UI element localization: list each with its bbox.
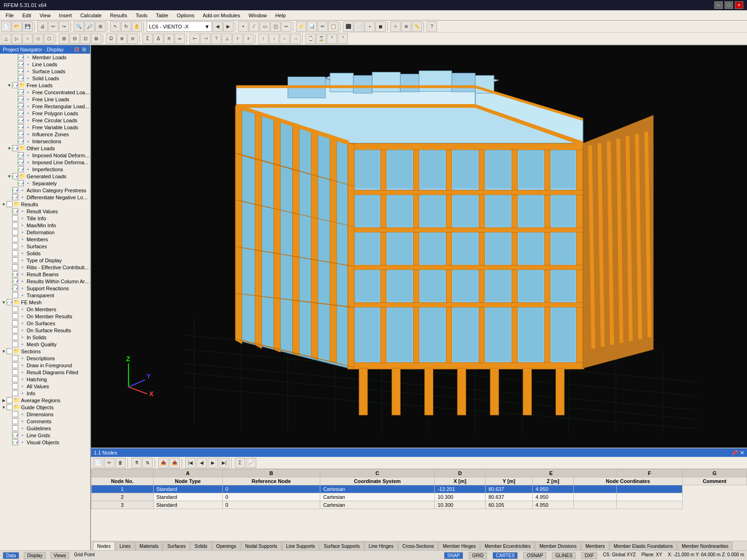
menu-help[interactable]: Help	[272, 12, 290, 19]
checkbox-surfaces[interactable]	[12, 243, 18, 249]
checkbox-line-loads[interactable]: ✓	[18, 61, 24, 67]
cartes-btn[interactable]: CARTES	[493, 552, 518, 559]
tree-item-on-surfaces[interactable]: ▪On Surfaces	[0, 320, 90, 327]
checkbox-guide-objects[interactable]	[7, 404, 13, 410]
expander-transparent[interactable]	[7, 293, 12, 298]
expander-on-members[interactable]	[7, 307, 12, 312]
tab-nodal-supports[interactable]: Nodal Supports	[241, 542, 282, 550]
checkbox-max-min-info[interactable]	[12, 222, 18, 228]
checkbox-hatching[interactable]	[12, 376, 18, 382]
tb-new[interactable]: 📄	[1, 21, 11, 32]
tab-line-supports[interactable]: Line Supports	[282, 542, 319, 550]
load-case-dropdown[interactable]: LC6 - VIENTO -X ▼	[147, 21, 212, 32]
checkbox-comments[interactable]	[12, 418, 18, 424]
checkbox-member-loads[interactable]: ✓	[18, 54, 24, 60]
checkbox-separately[interactable]: ✓	[18, 180, 24, 186]
osnap-btn[interactable]: OSNAP	[523, 552, 546, 559]
tree-item-dimensions[interactable]: ▪Dimensions	[0, 411, 90, 418]
tb-fit[interactable]: ⊞	[95, 21, 106, 32]
panel-pin[interactable]: 📌	[73, 46, 80, 53]
tb-select[interactable]: ↖	[110, 21, 120, 32]
tree-item-descriptions[interactable]: ▪Descriptions	[0, 355, 90, 362]
maximize-button[interactable]: □	[725, 1, 733, 9]
menu-options[interactable]: Options	[173, 12, 198, 19]
tab-solids[interactable]: Solids	[190, 542, 211, 550]
tb2-28[interactable]: ⌛	[316, 34, 326, 44]
tree-item-average-regions[interactable]: ▶📁Average Regions	[0, 397, 90, 404]
tb-snap-grid[interactable]: ⊹	[390, 21, 401, 32]
tree-item-generated-loads[interactable]: ▼✓📁Generated Loads	[0, 173, 90, 180]
tree-item-fe-mesh[interactable]: ▼✓📁FE Mesh	[0, 299, 90, 306]
tree-item-free-loads[interactable]: ▼✓📁Free Loads	[0, 82, 90, 89]
tbl-new[interactable]: 📄	[93, 458, 103, 468]
tree-item-hatching[interactable]: ▪Hatching	[0, 376, 90, 383]
checkbox-free-loads[interactable]: ✓	[12, 82, 18, 88]
tab-openings[interactable]: Openings	[212, 542, 240, 550]
status-views[interactable]: Views	[50, 552, 70, 559]
tb-line[interactable]: ⁄	[249, 21, 259, 32]
tb2-14[interactable]: Δ	[153, 34, 163, 44]
tbl-filter[interactable]: ⚗	[131, 458, 141, 468]
expander-on-surface-results[interactable]	[7, 328, 12, 333]
checkbox-results-within-col[interactable]: ✓	[12, 278, 18, 284]
tb2-20[interactable]: ⊥	[222, 34, 232, 44]
expander-comments[interactable]	[7, 419, 12, 424]
menu-calculate[interactable]: Calculate	[77, 12, 106, 19]
tb-zoom-in[interactable]: 🔍	[74, 21, 84, 32]
tree-item-other-loads[interactable]: ▼✓📁Other Loads	[0, 145, 90, 152]
tree-item-info[interactable]: ▪Info	[0, 390, 90, 397]
tb-render[interactable]: ◼	[375, 21, 386, 32]
tree-item-surface-loads[interactable]: ✓▪Surface Loads	[0, 68, 90, 75]
checkbox-transparent[interactable]	[12, 292, 18, 298]
checkbox-imposed-line[interactable]: ✓	[18, 159, 24, 165]
expander-on-member-results[interactable]	[7, 314, 12, 319]
checkbox-type-of-display[interactable]	[12, 257, 18, 263]
tree-item-results-within-col[interactable]: ✓▪Results Within Column Ar...	[0, 278, 90, 285]
menu-addons[interactable]: Add-on Modules	[199, 12, 244, 19]
expander-all-values[interactable]	[7, 384, 12, 389]
status-data[interactable]: Data	[3, 552, 19, 559]
menu-file[interactable]: File	[2, 12, 18, 19]
tbl-export[interactable]: 📤	[158, 458, 169, 468]
col-header-d[interactable]: D	[435, 469, 486, 477]
tbl-prev[interactable]: ◀	[197, 458, 207, 468]
tb-wireframe[interactable]: ⬜	[354, 21, 364, 32]
tb2-8[interactable]: ⊡	[80, 34, 91, 44]
tb-print[interactable]: 🖨	[37, 21, 48, 32]
tree-item-sections[interactable]: ▼📁Sections	[0, 348, 90, 355]
tree-item-members[interactable]: ▪Members	[0, 236, 90, 243]
tb-open[interactable]: 📂	[12, 21, 22, 32]
checkbox-dimensions[interactable]	[12, 411, 18, 417]
checkbox-other-loads[interactable]: ✓	[12, 145, 18, 151]
checkbox-on-member-results[interactable]	[12, 313, 18, 319]
tree-item-free-var-loads[interactable]: ✓▪Free Variable Loads	[0, 124, 90, 131]
checkbox-info[interactable]	[12, 390, 18, 396]
panel-close[interactable]: ✕	[81, 46, 87, 53]
table-area[interactable]: A B C D E F G Node No. Node Type Referen…	[91, 469, 747, 541]
tree-item-result-values[interactable]: ✓▪Result Values	[0, 208, 90, 215]
menu-insert[interactable]: Insert	[55, 12, 76, 19]
bottom-panel-close[interactable]: ✕	[740, 450, 744, 456]
tb2-6[interactable]: ⊞	[59, 34, 69, 44]
tree-item-on-member-results[interactable]: ▪On Member Results	[0, 313, 90, 320]
checkbox-in-solids[interactable]	[12, 334, 18, 340]
checkbox-on-members[interactable]	[12, 306, 18, 312]
menu-tools[interactable]: Tools	[132, 12, 151, 19]
tb-results[interactable]: 📊	[307, 21, 317, 32]
menu-view[interactable]: View	[36, 12, 55, 19]
col-header-c[interactable]: C	[320, 469, 435, 477]
checkbox-line-grids[interactable]: ✓	[12, 432, 18, 438]
tb-design[interactable]: ✏	[317, 21, 328, 32]
expander-hatching[interactable]	[7, 377, 12, 382]
checkbox-imposed-nodal[interactable]: ✓	[18, 152, 24, 158]
col-header-a[interactable]: A	[153, 469, 222, 477]
tab-cross-sections[interactable]: Cross-Sections	[398, 542, 438, 550]
checkbox-title-info[interactable]	[12, 215, 18, 221]
checkbox-draw-in-foreground[interactable]	[12, 362, 18, 368]
checkbox-support-reactions[interactable]: ✓	[12, 285, 18, 291]
checkbox-result-beams[interactable]: ✓	[12, 271, 18, 277]
tb2-29[interactable]: ⌜	[327, 34, 337, 44]
tree-item-max-min-info[interactable]: ▪Max/Min Info	[0, 222, 90, 229]
tree-item-mesh-quality[interactable]: ▪Mesh Quality	[0, 341, 90, 348]
tree-item-on-members[interactable]: ▪On Members	[0, 306, 90, 313]
